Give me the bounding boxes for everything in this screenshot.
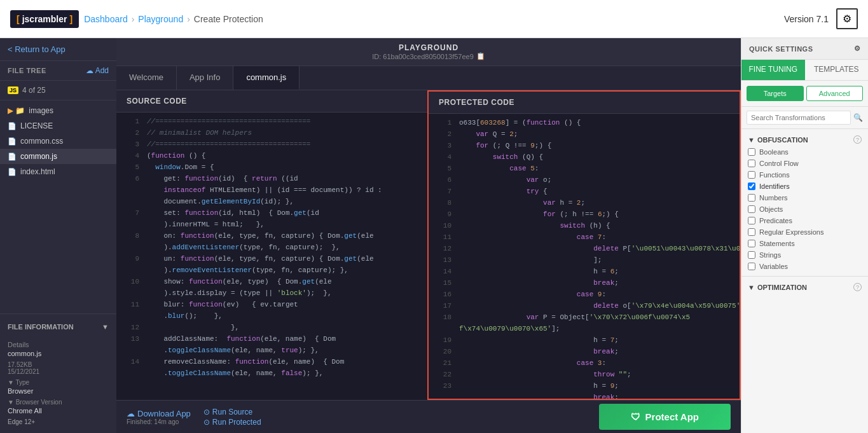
- code-line: 8 on: function(ele, type, fn, capture) {…: [116, 232, 427, 244]
- right-panel: QUICK SETTINGS ⚙ FINE TUNING TEMPLATES T…: [741, 38, 868, 433]
- code-line: ).removeEventListener(type, fn, capture)…: [116, 266, 427, 278]
- code-panels: SOURCE CODE 1 //========================…: [116, 90, 741, 400]
- checkbox-regular-expressions: Regular Expressions: [741, 226, 868, 238]
- code-line: 7 try {: [429, 188, 740, 199]
- code-line: 15 break;: [429, 279, 740, 291]
- control-flow-checkbox[interactable]: [748, 160, 755, 167]
- code-line: 5 window.Dom = {: [116, 163, 427, 175]
- file-info-header[interactable]: FILE INFORMATION ▼: [0, 319, 116, 334]
- checkbox-objects: Objects: [741, 203, 868, 215]
- search-transforms: 🔍: [741, 107, 868, 129]
- settings-gear-icon[interactable]: ⚙: [854, 45, 861, 53]
- main-layout: < Return to App FILE TREE ☁ Add JS 4 of …: [0, 38, 868, 433]
- tab-templates[interactable]: TEMPLATES: [805, 60, 869, 80]
- search-transformations-input[interactable]: [747, 111, 851, 125]
- code-line: break;: [429, 394, 740, 399]
- code-line: 19 h = 7;: [429, 336, 740, 348]
- code-line: instanceof HTMLElement) || (id === docum…: [116, 186, 427, 198]
- code-line: ).innerHTML = html; },: [116, 221, 427, 232]
- code-line: 13 addClassName: function(ele, name) { D…: [116, 335, 427, 347]
- file-item-images[interactable]: ▶ 📁 images: [0, 103, 116, 118]
- code-line: 9 for (; h !== 6;) {: [429, 210, 740, 222]
- gear-button[interactable]: ⚙: [836, 8, 858, 29]
- file-tree-label: FILE TREE: [8, 67, 46, 74]
- folder-icon: ▶ 📁: [8, 106, 25, 115]
- checkbox-identifiers: Identifiers: [741, 181, 868, 192]
- breadcrumb-playground[interactable]: Playground: [138, 14, 183, 24]
- booleans-checkbox[interactable]: [748, 148, 755, 156]
- variables-checkbox[interactable]: [748, 263, 755, 270]
- type-section: ▼ Type Browser: [8, 379, 109, 395]
- tab-advanced[interactable]: Advanced: [806, 86, 864, 101]
- predicates-checkbox[interactable]: [748, 217, 755, 224]
- js-file-icon: 📄: [8, 153, 17, 161]
- logo: [ jscrambler ]: [10, 10, 79, 28]
- run-source-button[interactable]: ⊙ Run Source: [203, 408, 261, 416]
- file-count: JS 4 of 25: [0, 81, 116, 100]
- version-label: Version 7.1: [784, 14, 829, 24]
- file-info-content: Details common.js 17.52KB 15/12/2021 ▼ T…: [0, 334, 116, 428]
- code-line: 3 //====================================…: [116, 141, 427, 152]
- strings-checkbox[interactable]: [748, 251, 755, 259]
- obfuscation-header[interactable]: ▼ OBFUSCATION ?: [741, 133, 868, 146]
- breadcrumb-dashboard[interactable]: Dashboard: [84, 14, 128, 24]
- code-line: 1 o633[603268] = (function () {: [429, 119, 740, 130]
- code-line: 21 case 3:: [429, 359, 740, 371]
- tab-targets[interactable]: Targets: [747, 86, 804, 101]
- code-line: 13 ];: [429, 256, 740, 268]
- search-icon: 🔍: [853, 113, 863, 122]
- quick-settings-header: QUICK SETTINGS ⚙: [741, 38, 868, 60]
- tab-fine-tuning[interactable]: FINE TUNING: [741, 60, 805, 80]
- file-item-common-js[interactable]: 📄 common.js: [0, 149, 116, 164]
- target-advanced-tabs: Targets Advanced: [741, 81, 868, 107]
- code-line: 4 switch (Q) {: [429, 153, 740, 165]
- tab-common-js[interactable]: common.js: [233, 66, 300, 90]
- code-line: .toggleClassName(ele, name, false); },: [116, 369, 427, 381]
- source-code-area[interactable]: 1 //====================================…: [116, 113, 427, 400]
- optimization-header[interactable]: ▼ OPTIMIZATION ?: [741, 280, 868, 294]
- download-app-button[interactable]: ☁ Download App Finished: 14m ago: [127, 409, 191, 425]
- top-right: Version 7.1 ⚙: [784, 8, 858, 29]
- source-code-panel: SOURCE CODE 1 //========================…: [116, 90, 427, 400]
- protect-app-button[interactable]: 🛡 Protect App: [599, 404, 731, 430]
- checkbox-functions: Functions: [741, 169, 868, 181]
- file-item-common-css[interactable]: 📄 common.css: [0, 134, 116, 149]
- fine-tuning-tabs: FINE TUNING TEMPLATES: [741, 60, 868, 81]
- code-line: 7 set: function(id, html) { Dom.get(id: [116, 209, 427, 221]
- optimization-help-icon[interactable]: ?: [853, 283, 862, 291]
- checkbox-strings: Strings: [741, 249, 868, 261]
- tab-app-info[interactable]: App Info: [177, 66, 233, 90]
- file-info-section: FILE INFORMATION ▼ Details common.js 17.…: [0, 313, 116, 433]
- run-buttons: ⊙ Run Source ⊙ Run Protected: [203, 408, 261, 427]
- functions-checkbox[interactable]: [748, 171, 755, 179]
- bottom-bar: ☁ Download App Finished: 14m ago ⊙ Run S…: [116, 400, 741, 433]
- code-line: 17 delete o['\x79\x4e\u004a\x59\u0075'];: [429, 302, 740, 313]
- code-line: .toggleClassName(ele, name, true); },: [116, 347, 427, 358]
- statements-checkbox[interactable]: [748, 240, 755, 247]
- code-line: 23 h = 9;: [429, 382, 740, 394]
- run-protected-button[interactable]: ⊙ Run Protected: [203, 418, 261, 427]
- breadcrumb: Dashboard › Playground › Create Protecti…: [84, 14, 263, 24]
- numbers-checkbox[interactable]: [748, 194, 755, 202]
- return-to-app[interactable]: < Return to App: [0, 38, 116, 61]
- bottom-left: ☁ Download App Finished: 14m ago ⊙ Run S…: [127, 408, 261, 427]
- obfuscation-help-icon[interactable]: ?: [853, 135, 862, 144]
- objects-checkbox[interactable]: [748, 205, 755, 213]
- code-line: 6 var o;: [429, 176, 740, 188]
- source-code-header: SOURCE CODE: [116, 90, 427, 113]
- identifiers-checkbox[interactable]: [748, 182, 755, 190]
- file-tree-header: FILE TREE ☁ Add: [0, 61, 116, 81]
- protected-code-panel: PROTECTED CODE 1 o633[603268] = (functio…: [427, 90, 741, 400]
- optimization-section: ▼ OPTIMIZATION ?: [741, 277, 868, 298]
- file-item-index-html[interactable]: 📄 index.html: [0, 164, 116, 179]
- tab-welcome[interactable]: Welcome: [116, 66, 177, 90]
- protected-code-area[interactable]: 1 o633[603268] = (function () { 2 var Q …: [429, 114, 740, 399]
- add-file-button[interactable]: ☁ Add: [86, 66, 109, 75]
- regular-expressions-checkbox[interactable]: [748, 228, 755, 236]
- code-line: 4 (function () {: [116, 152, 427, 163]
- copy-icon[interactable]: 📋: [476, 52, 485, 60]
- code-line: 2 var Q = 2;: [429, 130, 740, 142]
- file-item-license[interactable]: 📄 LICENSE: [0, 118, 116, 134]
- obfuscation-section: ▼ OBFUSCATION ? Booleans Control Flow Fu…: [741, 129, 868, 277]
- breadcrumb-current: Create Protection: [194, 14, 263, 24]
